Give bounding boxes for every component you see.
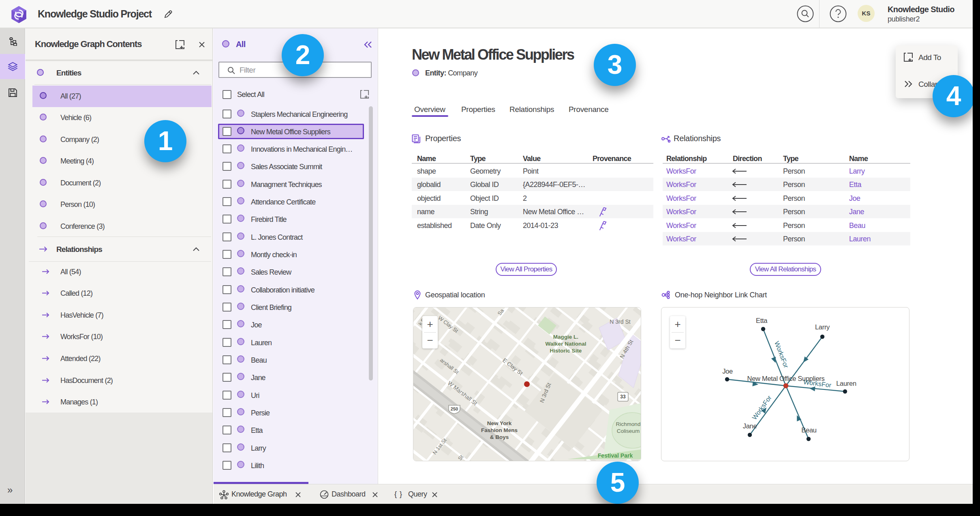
svg-text:Festival Park: Festival Park [598,452,633,459]
svg-text:Coliseum: Coliseum [617,428,640,434]
svg-text:Beau: Beau [801,426,816,434]
svg-text:WorksFor: WorksFor [773,340,790,369]
svg-text:& Boys: & Boys [490,434,509,440]
svg-text:Richmond: Richmond [616,421,641,427]
svg-text:250: 250 [451,406,458,411]
svg-text:Historic Site: Historic Site [550,348,582,354]
svg-text:New York: New York [487,420,512,426]
svg-text:Etta: Etta [756,317,768,324]
svg-text:Fashion Mens: Fashion Mens [481,427,518,433]
svg-text:Joe: Joe [722,368,733,375]
svg-text:N 3rd St: N 3rd St [610,318,630,325]
svg-text:Walker National: Walker National [546,341,586,347]
svg-text:Larry: Larry [815,323,830,331]
svg-text:Maggie L.: Maggie L. [553,334,578,340]
svg-text:Jane: Jane [743,422,757,430]
svg-text:33: 33 [620,394,626,400]
svg-text:WorksFor: WorksFor [803,378,832,389]
svg-text:Lauren: Lauren [836,380,856,387]
